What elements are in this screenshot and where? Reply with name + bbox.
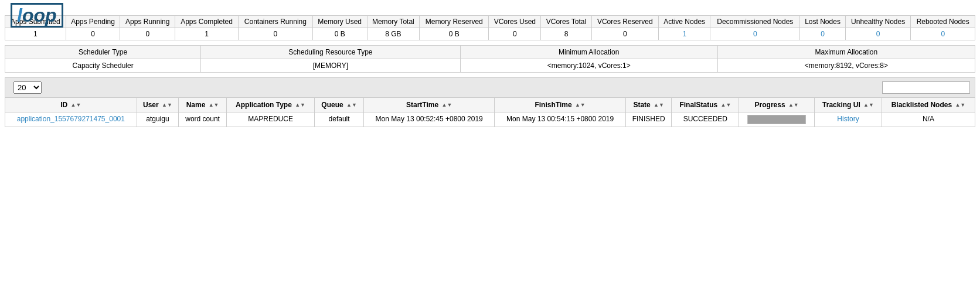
sort-icon-6: ▲▼	[575, 103, 586, 108]
applications-table: ID ▲▼User ▲▼Name ▲▼Application Type ▲▼Qu…	[5, 97, 975, 127]
apps-col-header-6[interactable]: FinishTime ▲▼	[495, 98, 625, 112]
apps-col-header-5[interactable]: StartTime ▲▼	[363, 98, 494, 112]
cluster-link-14[interactable]: 0	[876, 30, 880, 38]
apps-col-header-10[interactable]: Tracking UI ▲▼	[815, 98, 882, 112]
cluster-col-value-8: 0	[489, 28, 541, 40]
search-control	[879, 81, 970, 94]
cluster-col-header-13: Lost Nodes	[800, 16, 846, 28]
page-header: loop	[5, 0, 975, 11]
cluster-link-13[interactable]: 0	[821, 30, 825, 38]
sort-icon-9: ▲▼	[788, 103, 799, 108]
cluster-col-value-11[interactable]: 1	[658, 28, 710, 40]
apps-col-header-9[interactable]: Progress ▲▼	[739, 98, 815, 112]
cluster-col-header-6: Memory Total	[367, 16, 420, 28]
scheduler-col-header-0: Scheduler Type	[5, 46, 201, 59]
cluster-metrics-title	[5, 11, 975, 15]
cluster-col-header-1: Apps Pending	[66, 16, 120, 28]
cluster-col-value-4: 0	[238, 28, 312, 40]
cluster-col-value-7: 0 B	[420, 28, 489, 40]
app-id-cell[interactable]: application_1557679271475_0001	[5, 112, 137, 127]
app-state-cell: FINISHED	[625, 112, 672, 127]
app-user-cell: atguigu	[137, 112, 179, 127]
cluster-col-value-13[interactable]: 0	[800, 28, 846, 40]
app-tracking-ui-cell[interactable]: History	[815, 112, 882, 127]
apps-col-header-0[interactable]: ID ▲▼	[5, 98, 137, 112]
tracking-ui-link[interactable]: History	[837, 115, 859, 123]
sort-icon-0: ▲▼	[71, 103, 81, 108]
app-id-link[interactable]: application_1557679271475_0001	[17, 115, 125, 123]
apps-col-header-8[interactable]: FinalStatus ▲▼	[672, 98, 739, 112]
apps-col-header-4[interactable]: Queue ▲▼	[315, 98, 364, 112]
logo: loop	[11, 3, 63, 28]
cluster-col-value-0: 1	[5, 28, 66, 40]
scheduler-col-header-3: Maximum Allocation	[717, 46, 975, 59]
cluster-col-header-9: VCores Total	[541, 16, 591, 28]
app-finish-time-cell: Mon May 13 00:54:15 +0800 2019	[495, 112, 625, 127]
sort-icon-2: ▲▼	[209, 103, 219, 108]
cluster-col-header-15: Rebooted Nodes	[911, 16, 975, 28]
app-start-time-cell: Mon May 13 00:52:45 +0800 2019	[363, 112, 494, 127]
app-queue-cell: default	[315, 112, 364, 127]
scheduler-metrics-title	[5, 40, 975, 45]
cluster-col-value-12[interactable]: 0	[710, 28, 800, 40]
scheduler-col-value-3: <memory:8192, vCores:8>	[717, 59, 975, 73]
cluster-col-value-10: 0	[591, 28, 658, 40]
cluster-col-value-14[interactable]: 0	[845, 28, 911, 40]
cluster-col-value-9: 8	[541, 28, 591, 40]
sort-icon-5: ▲▼	[441, 103, 452, 108]
show-select[interactable]: 102050100	[13, 81, 42, 94]
apps-col-header-2[interactable]: Name ▲▼	[179, 98, 227, 112]
sort-icon-10: ▲▼	[863, 103, 874, 108]
sort-icon-11: ▲▼	[955, 103, 965, 108]
search-input[interactable]	[882, 81, 970, 94]
sort-icon-7: ▲▼	[654, 103, 664, 108]
sort-icon-3: ▲▼	[295, 103, 305, 108]
cluster-col-value-5: 0 B	[312, 28, 367, 40]
sort-icon-1: ▲▼	[162, 103, 172, 108]
table-row: application_1557679271475_0001atguiguwor…	[5, 112, 975, 127]
show-entries-control: 102050100	[10, 81, 45, 94]
cluster-col-header-5: Memory Used	[312, 16, 367, 28]
apps-col-header-3[interactable]: Application Type ▲▼	[226, 98, 314, 112]
scheduler-col-header-2: Minimum Allocation	[460, 46, 717, 59]
scheduler-col-value-0: Capacity Scheduler	[5, 59, 201, 73]
cluster-metrics-table: Apps SubmittedApps PendingApps RunningAp…	[5, 15, 975, 40]
sort-icon-4: ▲▼	[346, 103, 357, 108]
cluster-col-header-8: VCores Used	[489, 16, 541, 28]
cluster-col-header-4: Containers Running	[238, 16, 312, 28]
scheduler-metrics-table: Scheduler TypeScheduling Resource TypeMi…	[5, 45, 975, 73]
table-controls: 102050100	[5, 77, 975, 97]
app-progress-cell	[739, 112, 815, 127]
cluster-col-value-6: 8 GB	[367, 28, 420, 40]
cluster-col-value-1: 0	[66, 28, 120, 40]
cluster-col-header-2: Apps Running	[120, 16, 175, 28]
scheduler-col-header-1: Scheduling Resource Type	[201, 46, 460, 59]
cluster-col-header-3: Apps Completed	[175, 16, 239, 28]
cluster-col-value-2: 0	[120, 28, 175, 40]
cluster-col-header-14: Unhealthy Nodes	[845, 16, 911, 28]
app-blacklisted-nodes-cell: N/A	[882, 112, 975, 127]
scheduler-col-value-1: [MEMORY]	[201, 59, 460, 73]
sort-icon-8: ▲▼	[720, 103, 731, 108]
cluster-col-value-3: 1	[175, 28, 239, 40]
apps-col-header-7[interactable]: State ▲▼	[625, 98, 672, 112]
app-final-status-cell: SUCCEEDED	[672, 112, 739, 127]
cluster-link-11[interactable]: 1	[682, 30, 686, 38]
cluster-col-value-15[interactable]: 0	[911, 28, 975, 40]
progress-bar-fill	[748, 115, 805, 124]
apps-col-header-1[interactable]: User ▲▼	[137, 98, 179, 112]
scheduler-col-value-2: <memory:1024, vCores:1>	[460, 59, 717, 73]
cluster-link-15[interactable]: 0	[941, 30, 945, 38]
cluster-col-header-11: Active Nodes	[658, 16, 710, 28]
cluster-col-header-12: Decommissioned Nodes	[710, 16, 800, 28]
progress-bar	[747, 115, 806, 124]
apps-col-header-11[interactable]: Blacklisted Nodes ▲▼	[882, 98, 975, 112]
cluster-col-header-10: VCores Reserved	[591, 16, 658, 28]
app-name-cell: word count	[179, 112, 227, 127]
app-type-cell: MAPREDUCE	[226, 112, 314, 127]
cluster-link-12[interactable]: 0	[753, 30, 757, 38]
cluster-col-header-7: Memory Reserved	[420, 16, 489, 28]
